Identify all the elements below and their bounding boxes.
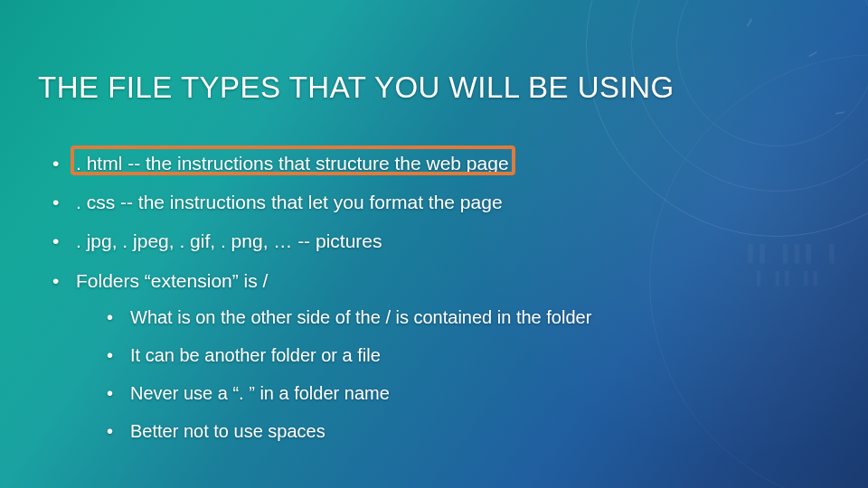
bullet-text: What is on the other side of the / is co… — [130, 307, 591, 327]
sub-bullet-list: What is on the other side of the / is co… — [76, 306, 591, 442]
list-item: Never use a “. ” in a folder name — [107, 382, 591, 404]
list-item: Folders “extension” is / What is on the … — [52, 269, 591, 442]
bullet-text: It can be another folder or a file — [130, 345, 381, 365]
list-item: What is on the other side of the / is co… — [107, 306, 591, 328]
decoration-glyph: ▌ ▌▌ ▌▌ — [757, 271, 823, 286]
slide-title: THE FILE TYPES THAT YOU WILL BE USING — [38, 70, 675, 105]
bullet-text: . html -- the instructions that structur… — [76, 153, 509, 174]
decoration-glyph: ▌▌ ▌▌▌ ▌ — [748, 244, 841, 263]
bullet-list: . html -- the instructions that structur… — [52, 152, 591, 458]
bullet-text: . css -- the instructions that let you f… — [76, 192, 503, 212]
slide: ▌▌ ▌▌▌ ▌ ▌ ▌▌ ▌▌ THE FILE TYPES THAT YOU… — [0, 0, 868, 488]
list-item: . html -- the instructions that structur… — [52, 152, 591, 174]
list-item: Better not to use spaces — [107, 420, 591, 442]
bullet-text: Never use a “. ” in a folder name — [130, 383, 390, 403]
list-item: . css -- the instructions that let you f… — [52, 191, 591, 213]
bullet-text: Better not to use spaces — [130, 421, 326, 441]
bullet-text: . jpg, . jpeg, . gif, . png, … -- pictur… — [76, 230, 382, 251]
list-item: . jpg, . jpeg, . gif, . png, … -- pictur… — [52, 230, 591, 252]
bullet-text: Folders “extension” is / — [76, 270, 268, 291]
list-item: It can be another folder or a file — [107, 344, 591, 366]
